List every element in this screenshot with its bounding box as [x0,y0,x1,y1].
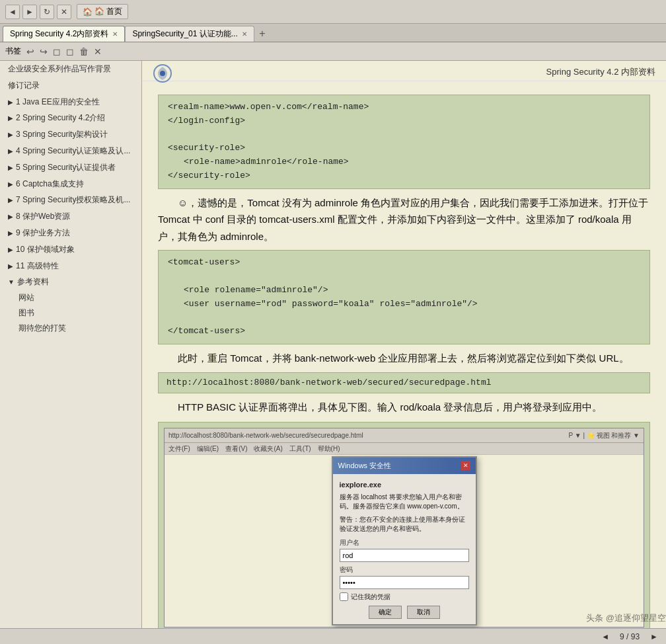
tab-label-2: SpringSecurity_01 认证功能... [132,28,237,40]
sidebar-label-10: 10 保护领域对象 [16,244,75,255]
page-separator: / [626,632,628,641]
sidebar-arrow-5: ▶ [8,163,13,173]
sidebar-label-4: 4 Spring Security认证策略及认... [16,145,130,157]
sidebar-label-5: 5 Spring Security认证提供者 [16,162,116,173]
nav-next-page[interactable]: ► [650,632,658,641]
sidebar-item-2[interactable]: ▶ 2 Spring Security 4.2介绍 [0,110,141,126]
current-page: 9 [620,632,624,641]
paragraph-3: HTTP BASIC 认证界面将弹出，具体见下图。输入 rod/koala 登录… [158,399,650,416]
sidebar-arrow-2: ▶ [8,114,13,123]
total-pages: 93 [631,632,640,641]
bookmark-delete-icon[interactable]: 🗑 [79,46,89,57]
tab-bar: Spring Security 4.2内部资料 ✕ SpringSecurity… [0,24,666,42]
remember-checkbox-row: 记住我的凭据 [340,592,469,602]
paragraph-2: 此时，重启 Tomcat，并将 bank-network-web 企业应用部署上… [158,350,650,367]
menu-file: 文件(F) [168,443,190,454]
tab-spring-security[interactable]: Spring Security 4.2内部资料 ✕ [3,26,125,42]
content-logo [153,63,172,83]
sidebar-arrow-4: ▶ [8,147,13,156]
remember-label: 记住我的凭据 [351,592,390,602]
sidebar-sub-books[interactable]: 图书 [0,305,141,321]
sidebar-item-1[interactable]: ▶ 1 Java EE应用的安全性 [0,94,141,110]
sidebar-label-3: 3 Spring Security架构设计 [16,129,108,140]
sidebar-item-3[interactable]: ▶ 3 Spring Security架构设计 [0,126,141,143]
dialog-body: iexplore.exe 服务器 localhost 将要求您输入用户名和密码。… [333,474,476,625]
ok-button[interactable]: 确定 [369,606,402,619]
sidebar-arrow-12: ▼ [8,278,15,287]
nav-prev-page[interactable]: ◄ [601,632,609,641]
sidebar-label-1: 1 Java EE应用的安全性 [16,97,100,108]
home-icon: 🏠 [83,7,92,17]
sidebar-item-11[interactable]: ▶ 11 高级特性 [0,258,141,274]
sidebar-arrow-8: ▶ [8,212,13,221]
bookmark-label: 书签 [5,46,21,57]
remember-checkbox[interactable] [340,592,348,601]
login-dialog: Windows 安全性 ✕ iexplore.exe 服务器 localhost… [332,456,477,625]
content-header: Spring Security 4.2 内部资料 [142,61,666,81]
nav-refresh-button[interactable]: ↻ [40,5,54,19]
tab-close-2[interactable]: ✕ [242,30,247,38]
sidebar-item-4[interactable]: ▶ 4 Spring Security认证策略及认... [0,143,141,159]
sidebar-label-7: 7 Spring Security授权策略及机... [16,194,130,206]
xml-block-1: <realm-name>www.open-v.com</realm-name> … [158,95,650,189]
bookmark-close-icon[interactable]: ✕ [94,46,102,57]
url-text: http://localhost:8080/bank-network-web/s… [166,378,491,387]
username-input[interactable] [340,549,469,562]
password-label: 密码 [340,565,469,575]
cancel-button[interactable]: 取消 [407,606,440,619]
svg-point-1 [160,71,165,76]
sidebar-item-5[interactable]: ▶ 5 Spring Security认证提供者 [0,159,141,176]
sidebar-sub-website[interactable]: 网站 [0,290,141,305]
paragraph-1: ☺，遗憾的是，Tomcat 没有为 adminrole 角色内置对应的用户集合，… [158,194,650,245]
sidebar: 企业级安全系列作品写作背景 修订记录 ▶ 1 Java EE应用的安全性 ▶ 2… [0,61,142,628]
xml-line-2: </login-config> [168,116,245,126]
fake-browser-address-bar: http://localhost:8080/bank-network-web/s… [165,428,644,443]
sidebar-arrow-3: ▶ [8,130,13,140]
password-input[interactable] [340,576,469,589]
sidebar-item-8[interactable]: ▶ 8 保护Web资源 [0,208,141,225]
xml2-line-3: <user username="rod" password="koala" ro… [168,298,640,311]
screenshot-container: http://localhost:8080/bank-network-web/s… [158,422,650,628]
sidebar-arrow-6: ▶ [8,180,13,189]
sidebar-arrow-11: ▶ [8,262,13,271]
sidebar-item-background[interactable]: 企业级安全系列作品写作背景 [0,61,141,77]
sidebar-sub-expect[interactable]: 期待您的打笑 [0,321,141,336]
sidebar-item-9[interactable]: ▶ 9 保护业务方法 [0,225,141,241]
bookmark-forward-icon[interactable]: ↪ [40,46,48,57]
dialog-close-button[interactable]: ✕ [461,461,470,470]
content-body: <realm-name>www.open-v.com</realm-name> … [142,81,666,628]
menu-view: 查看(V) [225,443,247,454]
sidebar-item-10[interactable]: ▶ 10 保护领域对象 [0,241,141,258]
nav-stop-button[interactable]: ✕ [57,5,71,19]
dialog-title-text: Windows 安全性 [338,460,392,472]
tab-spring-security-2[interactable]: SpringSecurity_01 认证功能... ✕ [125,26,254,42]
tab-close-1[interactable]: ✕ [112,30,118,38]
bookmark-icon-2[interactable]: ◻ [66,46,74,57]
url-bar: http://localhost:8080/bank-network-web/s… [158,372,650,393]
xml-line-4: <role-name>adminrole</role-name> [168,155,640,169]
sidebar-item-12[interactable]: ▼ 参考资料 [0,274,141,290]
sidebar-label-12: 参考资料 [17,276,49,288]
home-button[interactable]: 🏠 🏠 首页 [77,4,128,19]
browser-toolbar: ◄ ► ↻ ✕ 🏠 🏠 首页 [0,0,666,24]
sidebar-item-7[interactable]: ▶ 7 Spring Security授权策略及机... [0,192,141,208]
bookmark-back-icon[interactable]: ↩ [26,46,34,57]
sidebar-item-revision[interactable]: 修订记录 [0,77,141,94]
content-area: Spring Security 4.2 内部资料 <realm-name>www… [142,61,666,628]
menu-tools: 工具(T) [289,443,311,454]
fake-browser-controls: P ▼ | ⭐ 视图 和推荐 ▼ [568,430,640,441]
xml2-line-1: <tomcat-users> [168,257,240,267]
sidebar-arrow-7: ▶ [8,196,13,205]
tab-add-button[interactable]: + [254,26,270,42]
bookmark-icon-1[interactable]: ◻ [53,46,61,57]
fake-browser-menu: 文件(F) 编辑(E) 查看(V) 收藏夹(A) 工具(T) 帮助(H) [165,443,644,455]
nav-forward-button[interactable]: ► [22,5,37,19]
sidebar-item-6[interactable]: ▶ 6 Captcha集成支持 [0,176,141,192]
status-bar: ◄ 9 / 93 ► [0,628,666,644]
page-number: 9 / 93 [620,632,640,641]
sidebar-label-11: 11 高级特性 [16,261,59,272]
xml-line-3: <security-role> [168,143,245,153]
fake-browser-url: http://localhost:8080/bank-network-web/s… [168,430,363,441]
sidebar-arrow-10: ▶ [8,245,13,255]
nav-back-button[interactable]: ◄ [5,5,20,19]
